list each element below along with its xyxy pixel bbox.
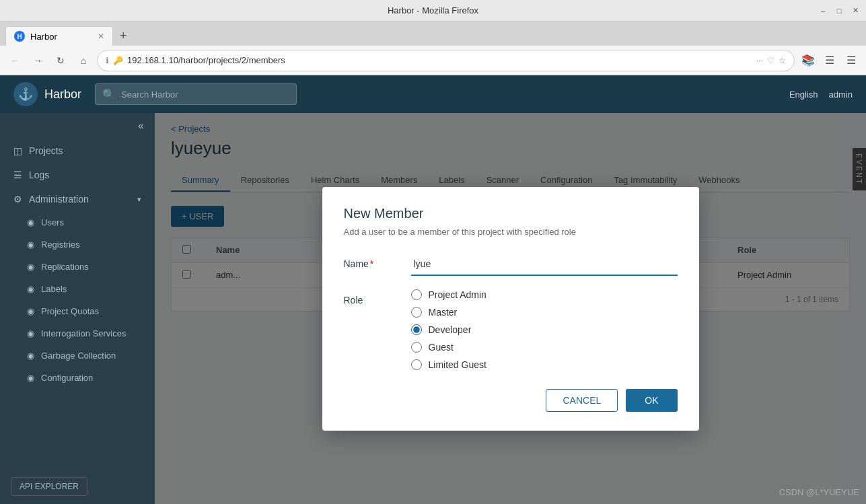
minimize-button[interactable]: –	[818, 5, 828, 16]
ok-button[interactable]: OK	[626, 389, 677, 412]
browser-title: Harbor - Mozilla Firefox	[388, 5, 478, 15]
sidebar-label-users: Users	[41, 217, 64, 227]
role-label-developer: Developer	[429, 324, 472, 335]
tab-favicon: H	[14, 31, 25, 42]
close-button[interactable]: ✕	[850, 5, 861, 16]
browser-addressbar: ← → ↻ ⌂ ℹ 🔑 192.168.1.10/harbor/projects…	[0, 46, 866, 75]
sidebar-item-interrogation-services[interactable]: ◉ Interrogation Services	[0, 322, 155, 345]
bookmark-icon[interactable]: ☆	[779, 56, 786, 65]
search-box[interactable]: 🔍 Search Harbor	[95, 83, 297, 105]
sidebar-toggle-icon[interactable]: ☰	[820, 51, 839, 70]
role-radio-project-admin[interactable]	[411, 289, 422, 300]
sidebar-item-users[interactable]: ◉ Users	[0, 211, 155, 233]
pocket-icon[interactable]: ♡	[767, 56, 774, 65]
sidebar: « ◫ Projects ☰ Logs ⚙ Administration ▾ ◉…	[0, 113, 155, 504]
menu-dots-icon[interactable]: ···	[756, 56, 763, 65]
restore-button[interactable]: □	[834, 5, 844, 16]
security-icon: ℹ	[106, 56, 109, 65]
app-main: « ◫ Projects ☰ Logs ⚙ Administration ▾ ◉…	[0, 113, 866, 504]
browser-tabbar: H Harbor ✕ +	[0, 22, 866, 46]
address-icons: ··· ♡ ☆	[756, 56, 786, 65]
tab-close-icon[interactable]: ✕	[98, 32, 104, 41]
sidebar-label-replications: Replications	[41, 262, 89, 272]
window-controls: – □ ✕	[818, 5, 861, 16]
sidebar-item-garbage-collection[interactable]: ◉ Garbage Collection	[0, 345, 155, 367]
browser-menu-icon[interactable]: ☰	[842, 51, 861, 70]
replications-icon: ◉	[27, 262, 34, 272]
role-label-guest: Guest	[429, 342, 454, 353]
role-radio-limited-guest[interactable]	[411, 359, 422, 370]
sidebar-item-logs[interactable]: ☰ Logs	[0, 163, 155, 187]
sidebar-label-administration: Administration	[29, 194, 89, 205]
new-member-modal: New Member Add a user to be a member of …	[322, 187, 699, 431]
reload-button[interactable]: ↻	[51, 51, 70, 70]
sidebar-label-garbage: Garbage Collection	[41, 351, 116, 361]
browser-titlebar: Harbor - Mozilla Firefox – □ ✕	[0, 0, 866, 22]
api-explorer-button[interactable]: API EXPLORER	[11, 477, 87, 496]
language-selector[interactable]: English	[789, 89, 818, 100]
admin-icon: ⚙	[13, 194, 22, 205]
sidebar-item-registries[interactable]: ◉ Registries	[0, 233, 155, 256]
url-text: 192.168.1.10/harbor/projects/2/members	[127, 55, 752, 65]
library-icon[interactable]: 📚	[799, 51, 818, 70]
sidebar-item-administration[interactable]: ⚙ Administration ▾	[0, 187, 155, 211]
sidebar-label-labels: Labels	[41, 284, 67, 294]
name-input[interactable]	[411, 253, 678, 276]
required-indicator: *	[370, 258, 373, 269]
role-radio-guest[interactable]	[411, 342, 422, 353]
modal-overlay: New Member Add a user to be a member of …	[155, 113, 866, 504]
cancel-button[interactable]: CANCEL	[546, 389, 618, 412]
modal-subtitle: Add a user to be a member of this projec…	[344, 227, 678, 237]
role-radio-group: Project Admin Master Developer	[411, 289, 486, 370]
sidebar-item-projects[interactable]: ◫ Projects	[0, 139, 155, 163]
watermark: CSDN @L*YUEYUE	[779, 487, 859, 497]
users-icon: ◉	[27, 217, 34, 227]
role-option-guest[interactable]: Guest	[411, 342, 486, 353]
sidebar-label-projects: Projects	[29, 145, 63, 156]
logo-icon: ⚓	[13, 82, 38, 106]
browser-tab-harbor[interactable]: H Harbor ✕	[5, 26, 113, 46]
modal-title: New Member	[344, 206, 678, 221]
role-option-project-admin[interactable]: Project Admin	[411, 289, 486, 300]
labels-icon: ◉	[27, 284, 34, 294]
header-right: English admin	[789, 89, 853, 100]
sidebar-item-replications[interactable]: ◉ Replications	[0, 256, 155, 278]
role-radio-master[interactable]	[411, 307, 422, 318]
role-option-developer[interactable]: Developer	[411, 324, 486, 335]
forward-button[interactable]: →	[28, 51, 47, 70]
logs-icon: ☰	[13, 170, 22, 180]
sidebar-item-project-quotas[interactable]: ◉ Project Quotas	[0, 300, 155, 322]
search-icon: 🔍	[102, 88, 116, 101]
collapse-icon[interactable]: «	[138, 120, 144, 132]
role-option-master[interactable]: Master	[411, 307, 486, 318]
tab-label: Harbor	[30, 32, 57, 42]
name-form-row: Name*	[344, 253, 678, 276]
browser-toolbar-right: 📚 ☰ ☰	[799, 51, 861, 70]
app-logo: ⚓ Harbor	[13, 82, 81, 106]
new-tab-button[interactable]: +	[113, 26, 134, 46]
role-label-limited-guest: Limited Guest	[429, 359, 486, 370]
role-option-limited-guest[interactable]: Limited Guest	[411, 359, 486, 370]
app-name: Harbor	[44, 87, 81, 102]
lock-icon: 🔑	[113, 56, 123, 65]
sidebar-collapse[interactable]: «	[0, 113, 155, 139]
role-radio-developer[interactable]	[411, 324, 422, 335]
chevron-down-icon: ▾	[137, 195, 141, 204]
app-header: ⚓ Harbor 🔍 Search Harbor English admin	[0, 75, 866, 113]
configuration-icon: ◉	[27, 373, 34, 383]
role-label-project-admin: Project Admin	[429, 289, 486, 300]
home-button[interactable]: ⌂	[74, 51, 93, 70]
user-menu[interactable]: admin	[829, 89, 853, 100]
address-bar[interactable]: ℹ 🔑 192.168.1.10/harbor/projects/2/membe…	[97, 50, 795, 71]
sidebar-item-labels[interactable]: ◉ Labels	[0, 278, 155, 300]
sidebar-item-configuration[interactable]: ◉ Configuration	[0, 367, 155, 389]
back-button[interactable]: ←	[5, 51, 24, 70]
search-placeholder: Search Harbor	[121, 89, 178, 100]
modal-footer: CANCEL OK	[344, 389, 678, 412]
registries-icon: ◉	[27, 240, 34, 250]
sidebar-footer: API EXPLORER	[0, 469, 155, 504]
garbage-icon: ◉	[27, 351, 34, 361]
sidebar-label-logs: Logs	[29, 170, 49, 180]
content-area: < Projects lyueyue Summary Repositories …	[155, 113, 866, 504]
name-label: Name*	[344, 253, 398, 269]
